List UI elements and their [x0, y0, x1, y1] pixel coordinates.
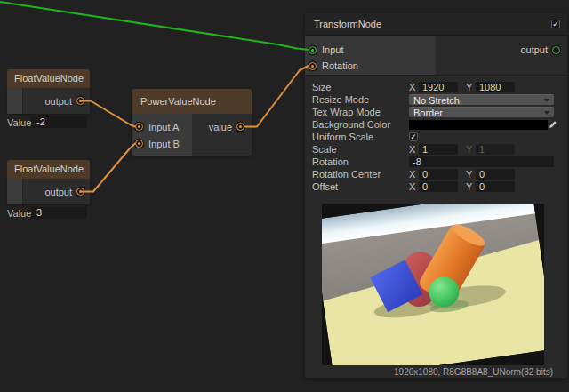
uniform-scale-row: Uniform Scale ✓ [305, 131, 567, 143]
input-a-label: Input A [148, 122, 179, 132]
input-b-label: Input B [148, 139, 180, 149]
size-y-field[interactable]: 1080 [476, 82, 515, 92]
value-field[interactable]: -2 [31, 116, 87, 128]
x-axis-label: X [409, 169, 415, 180]
output-port-label: output [44, 96, 72, 107]
size-label: Size [312, 82, 409, 92]
node-header[interactable]: FloatValueNode [7, 69, 90, 88]
rotation-row: Rotation -8 [305, 156, 567, 168]
node-header[interactable]: FloatValueNode [7, 160, 90, 179]
node-preview-chip [7, 88, 23, 114]
port-dot [138, 125, 140, 128]
value-label: Value [7, 117, 31, 128]
rotation-center-label: Rotation Center [312, 169, 409, 180]
scale-row: Scale X 1 Y 1 [305, 143, 567, 156]
output-port[interactable] [76, 97, 84, 105]
node-title: FloatValueNode [14, 164, 84, 174]
resize-mode-dropdown[interactable]: No Stretch [409, 94, 554, 105]
float-value-node-2[interactable]: FloatValueNode output Value 3 [7, 160, 90, 219]
port-dot [138, 142, 140, 145]
background-color-row: Background Color [305, 118, 567, 131]
rotation-port-label: Rotation [322, 60, 358, 71]
node-title: TransformNode [314, 19, 381, 29]
wire-green-input[interactable] [0, 2, 309, 50]
rotation-center-x-field[interactable]: 0 [419, 169, 458, 180]
offset-y-field[interactable]: 0 [476, 181, 515, 192]
port-dot [311, 49, 314, 52]
node-title: FloatValueNode [14, 73, 84, 84]
node-header[interactable]: TransformNode ✓ [305, 13, 567, 36]
dropdown-arrow-icon [544, 111, 549, 115]
y-axis-label: Y [466, 181, 472, 192]
input-port[interactable] [309, 46, 317, 54]
tex-wrap-mode-label: Tex Wrap Mode [312, 107, 409, 117]
size-row: Size X 1920 Y 1080 [305, 81, 567, 93]
rotation-center-row: Rotation Center X 0 Y 0 [305, 168, 567, 180]
input-port-label: Input [322, 44, 343, 55]
preview-render [322, 204, 544, 365]
output-port[interactable] [552, 46, 560, 54]
input-b-port[interactable] [135, 140, 143, 148]
scale-x-field[interactable]: 1 [419, 144, 458, 155]
properties-panel: Size X 1920 Y 1080 Resize Mode No Stretc… [305, 76, 567, 193]
offset-label: Offset [312, 181, 409, 192]
transform-node[interactable]: TransformNode ✓ Input Rotation output [305, 13, 567, 378]
tex-wrap-mode-dropdown[interactable]: Border [409, 107, 554, 117]
wire-power-to-rotation[interactable] [244, 66, 309, 127]
preview-status-text: 1920x1080, R8G8B8A8_UNorm(32 bits) [394, 367, 553, 377]
node-body: output [7, 179, 90, 204]
output-port[interactable] [76, 188, 84, 196]
uniform-scale-label: Uniform Scale [312, 132, 409, 142]
rotation-port[interactable] [309, 62, 317, 70]
resize-mode-value: No Stretch [413, 95, 460, 106]
rotation-field[interactable]: -8 [409, 156, 554, 167]
output-port-label: output [44, 187, 72, 197]
value-field[interactable]: 3 [31, 207, 87, 219]
x-axis-label: X [409, 144, 415, 155]
node-title: PowerValueNode [140, 96, 216, 107]
value-output-port[interactable] [236, 123, 244, 131]
preview-viewport [322, 204, 544, 365]
scale-y-field: 1 [476, 144, 515, 155]
inputs-panel: Input A Input B [132, 114, 192, 156]
outputs-panel: output [436, 36, 567, 75]
size-x-field[interactable]: 1920 [419, 82, 458, 92]
y-axis-label: Y [466, 144, 472, 155]
y-axis-label: Y [466, 169, 472, 180]
output-port-label: output [520, 44, 548, 55]
node-preview-chip [7, 179, 23, 204]
uniform-scale-checkbox[interactable]: ✓ [409, 132, 418, 141]
float-value-node-1[interactable]: FloatValueNode output Value -2 [7, 69, 90, 128]
value-port-label: value [209, 122, 232, 132]
eyedropper-icon[interactable] [548, 120, 558, 130]
offset-x-field[interactable]: 0 [419, 181, 458, 192]
node-graph-canvas[interactable]: FloatValueNode output Value -2 FloatValu… [0, 0, 569, 392]
tex-wrap-mode-value: Border [413, 108, 443, 118]
value-label: Value [7, 208, 31, 219]
x-axis-label: X [409, 82, 415, 92]
node-header[interactable]: PowerValueNode [132, 89, 252, 114]
power-value-node[interactable]: PowerValueNode Input A Input B value [132, 89, 252, 156]
resize-mode-label: Resize Mode [312, 94, 409, 105]
x-axis-label: X [409, 181, 415, 192]
port-dot [79, 100, 82, 102]
port-dot [311, 65, 314, 68]
node-enabled-checkbox[interactable]: ✓ [551, 20, 560, 28]
offset-row: Offset X 0 Y 0 [305, 180, 567, 193]
scale-label: Scale [312, 144, 409, 155]
port-dot [239, 125, 242, 128]
outputs-panel: value [192, 114, 252, 156]
node-body: output [7, 88, 90, 114]
dropdown-arrow-icon [544, 99, 549, 102]
background-color-label: Background Color [312, 119, 409, 130]
background-color-swatch[interactable] [409, 120, 548, 130]
tex-wrap-mode-row: Tex Wrap Mode Border [305, 106, 567, 118]
rotation-center-y-field[interactable]: 0 [476, 169, 515, 180]
rotation-label: Rotation [312, 156, 409, 167]
resize-mode-row: Resize Mode No Stretch [305, 93, 567, 106]
port-dot [79, 190, 82, 193]
y-axis-label: Y [466, 82, 472, 92]
inputs-panel: Input Rotation [305, 36, 436, 75]
input-a-port[interactable] [135, 123, 143, 131]
